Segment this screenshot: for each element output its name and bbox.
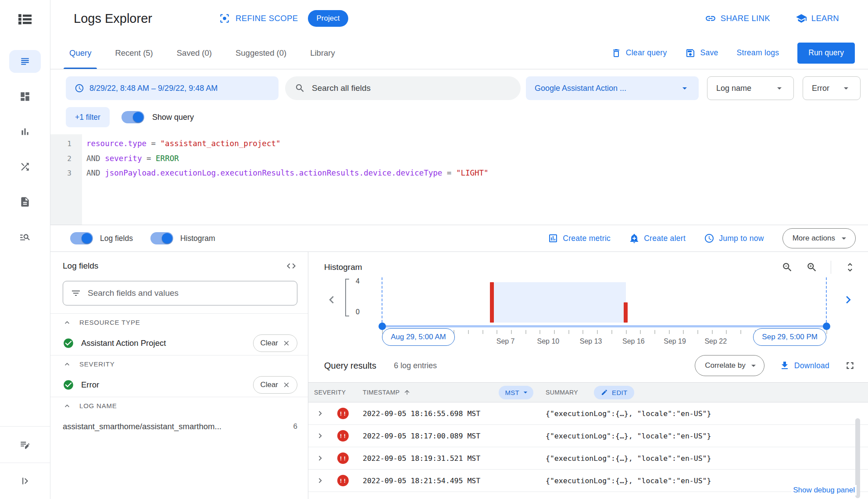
sidebar-item-expand-nav[interactable] xyxy=(9,470,41,492)
log-entry-row[interactable]: !!2022-09-05 18:16:55.698 MST{"execution… xyxy=(308,402,868,425)
histogram-plot: 4 0 xyxy=(324,277,856,323)
download-label: Download xyxy=(794,361,829,370)
edit-summary-button[interactable]: EDIT xyxy=(594,386,634,399)
time-range-filter[interactable]: 8/29/22, 8:48 AM – 9/29/22, 9:48 AM xyxy=(66,76,279,100)
stream-logs-button[interactable]: Stream logs xyxy=(737,48,779,57)
more-actions-button[interactable]: More actions xyxy=(782,228,856,248)
query-editor[interactable]: 123 resource.type = "assistant_action_pr… xyxy=(50,134,868,225)
expand-row-button[interactable] xyxy=(315,453,325,463)
more-filters-button[interactable]: +1 filter xyxy=(66,107,110,127)
histogram-toggle[interactable] xyxy=(150,232,173,244)
search-all-fields-input[interactable] xyxy=(312,83,511,93)
column-timestamp: TIMESTAMP MST xyxy=(363,386,546,399)
expand-row-button[interactable] xyxy=(315,476,325,485)
more-actions-label: More actions xyxy=(793,234,835,243)
expand-panel-icon xyxy=(19,475,31,487)
jump-to-now-button[interactable]: Jump to now xyxy=(704,233,764,244)
logs-explorer-icon xyxy=(19,56,31,67)
selected-check-icon xyxy=(63,379,74,391)
zoom-in-icon[interactable] xyxy=(806,262,818,273)
range-start-pill[interactable]: Aug 29, 5:00 AM xyxy=(382,328,455,346)
sidebar-item-logs-dashboard[interactable] xyxy=(9,85,41,108)
zoom-out-icon[interactable] xyxy=(782,262,793,273)
histogram-next-button[interactable] xyxy=(841,292,856,307)
expand-row-button[interactable] xyxy=(315,431,325,441)
correlate-by-dropdown[interactable]: Correlate by xyxy=(695,355,764,376)
field-section-header[interactable]: RESOURCE TYPE xyxy=(50,313,308,331)
refine-scope-button[interactable]: REFINE SCOPE xyxy=(219,13,298,24)
field-section-header[interactable]: SEVERITY xyxy=(50,355,308,373)
show-query-toggle[interactable] xyxy=(121,111,144,123)
project-scope-badge[interactable]: Project xyxy=(308,10,349,27)
sidebar-item-logs-storage[interactable] xyxy=(9,190,41,213)
tab-query[interactable]: Query xyxy=(57,37,103,69)
run-query-button[interactable]: Run query xyxy=(797,43,855,64)
log-fields-panel: Log fields RESOURCE TYPEAssistant Action… xyxy=(50,252,308,499)
resource-filter-dropdown[interactable]: Google Assistant Action ... xyxy=(526,76,699,100)
field-item[interactable]: Assistant Action ProjectClear xyxy=(50,331,308,355)
log-entry-row[interactable]: !!2022-09-05 18:17:00.089 MST{"execution… xyxy=(308,425,868,447)
sidebar-item-logs-explorer[interactable] xyxy=(9,50,41,73)
learn-button[interactable]: LEARN xyxy=(796,13,839,24)
tab-saved-0[interactable]: Saved (0) xyxy=(165,37,224,69)
timezone-dropdown[interactable]: MST xyxy=(499,386,533,399)
clear-query-button[interactable]: Clear query xyxy=(611,48,667,58)
sidebar-item-release-notes[interactable] xyxy=(9,433,41,456)
learn-graduation-icon xyxy=(796,13,807,24)
clear-filter-button[interactable]: Clear xyxy=(253,376,297,394)
fields-search-input[interactable] xyxy=(88,288,289,298)
range-end-pill[interactable]: Sep 29, 5:00 PM xyxy=(753,328,826,346)
timestamp-sort[interactable]: TIMESTAMP xyxy=(363,389,411,396)
log-summary: {"executionLog":{…}, "locale":"en-US"} xyxy=(546,409,868,418)
create-metric-button[interactable]: Create metric xyxy=(548,233,611,244)
histogram-toggle-label: Histogram xyxy=(180,234,215,243)
timestamp-label: TIMESTAMP xyxy=(363,389,400,396)
timeline-tick xyxy=(497,330,497,334)
clear-filter-button[interactable]: Clear xyxy=(253,334,297,352)
field-item[interactable]: assistant_smarthome/assistant_smarthom..… xyxy=(50,414,308,438)
sidebar-item-log-analytics[interactable] xyxy=(9,226,41,248)
show-debug-panel-link[interactable]: Show debug panel xyxy=(791,485,857,495)
log-entry-row[interactable]: !!2022-09-05 18:19:31.521 MST{"execution… xyxy=(308,447,868,470)
chevron-up-icon xyxy=(63,318,71,327)
create-metric-label: Create metric xyxy=(563,234,611,243)
stream-logs-label: Stream logs xyxy=(737,48,779,57)
fields-search[interactable] xyxy=(63,281,297,305)
tab-recent-5[interactable]: Recent (5) xyxy=(103,37,164,69)
timeline-tick xyxy=(712,330,713,334)
editor-code[interactable]: resource.type = "assistant_action_projec… xyxy=(82,134,868,225)
range-end-guide xyxy=(826,277,827,323)
sidebar-item-log-based-metrics[interactable] xyxy=(9,120,41,143)
range-handle-end[interactable] xyxy=(823,323,830,330)
code-panel-icon[interactable] xyxy=(286,261,296,271)
timeline-tick xyxy=(582,330,583,334)
share-link-button[interactable]: SHARE LINK xyxy=(705,13,770,24)
tab-bar: QueryRecent (5)Saved (0)Suggested (0)Lib… xyxy=(50,37,868,69)
cloud-logging-logo-icon[interactable] xyxy=(0,0,50,39)
fullscreen-icon[interactable] xyxy=(844,360,856,371)
download-button[interactable]: Download xyxy=(779,360,829,371)
histogram-prev-button[interactable] xyxy=(324,292,339,307)
sidebar-item-logs-router[interactable] xyxy=(9,155,41,178)
timeline-tick xyxy=(568,330,569,334)
time-range-track[interactable] xyxy=(382,325,826,327)
timeline-tick xyxy=(626,330,627,334)
expand-row-button[interactable] xyxy=(315,409,325,418)
field-section-header[interactable]: LOG NAME xyxy=(50,397,308,414)
save-button[interactable]: Save xyxy=(685,48,718,58)
chart-icon xyxy=(548,233,558,244)
create-alert-button[interactable]: Create alert xyxy=(629,233,686,244)
share-link-label: SHARE LINK xyxy=(721,14,770,23)
field-item[interactable]: ErrorClear xyxy=(50,373,308,397)
log-fields-toggle[interactable] xyxy=(70,232,93,244)
tab-suggested-0[interactable]: Suggested (0) xyxy=(224,37,298,69)
timeline-tick xyxy=(511,330,512,334)
log-name-filter-dropdown[interactable]: Log name xyxy=(707,76,794,100)
search-all-fields[interactable] xyxy=(285,76,521,100)
severity-filter-dropdown[interactable]: Error xyxy=(803,76,861,100)
tab-library[interactable]: Library xyxy=(298,37,347,69)
log-entry-row[interactable]: !!2022-09-05 18:21:54.495 MST{"execution… xyxy=(308,470,868,492)
range-handle-start[interactable] xyxy=(379,323,386,330)
search-icon xyxy=(295,83,305,93)
unfold-more-icon[interactable] xyxy=(844,262,856,273)
